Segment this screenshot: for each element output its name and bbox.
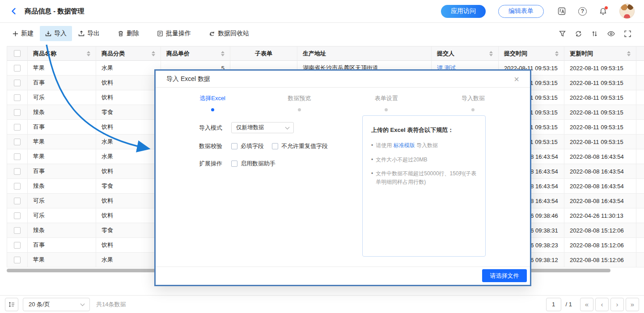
sort-order-icon[interactable] bbox=[591, 30, 598, 37]
cell-product-name: 苹果 bbox=[28, 253, 96, 267]
fullscreen-icon[interactable] bbox=[624, 30, 631, 37]
header-product-category[interactable]: 商品分类 bbox=[96, 46, 161, 61]
cell-product-category: 饮料 bbox=[96, 120, 161, 135]
cell-filler bbox=[636, 90, 644, 105]
step-form-settings[interactable]: 表单设置 bbox=[343, 94, 430, 111]
header-product-price[interactable]: 商品单价 bbox=[161, 46, 230, 61]
cell-product-category: 饮料 bbox=[96, 90, 161, 105]
recycle-bin-button[interactable]: 数据回收站 bbox=[203, 26, 254, 41]
page-number-input[interactable] bbox=[546, 298, 561, 311]
data-validation-label: 数据校验 bbox=[199, 142, 224, 150]
row-checkbox[interactable] bbox=[14, 94, 21, 101]
sort-icon[interactable] bbox=[218, 51, 225, 56]
import-icon bbox=[45, 30, 51, 37]
sort-icon[interactable] bbox=[624, 51, 631, 56]
help-icon[interactable]: ? bbox=[578, 7, 587, 16]
cell-filler bbox=[636, 135, 644, 149]
cell-product-category: 水果 bbox=[96, 61, 161, 76]
row-checkbox[interactable] bbox=[14, 168, 21, 175]
row-checkbox[interactable] bbox=[14, 212, 21, 219]
first-page-button[interactable]: « bbox=[580, 298, 593, 311]
cell-update-time: 2022-08-08 15:12:06 bbox=[564, 238, 636, 253]
close-icon[interactable]: × bbox=[514, 75, 519, 84]
visibility-eye-icon[interactable] bbox=[607, 31, 615, 37]
total-count: 共14条数据 bbox=[96, 300, 126, 309]
page-size-select[interactable]: 20 条/页 bbox=[23, 298, 90, 311]
sort-icon[interactable] bbox=[487, 51, 493, 56]
row-height-settings-button[interactable] bbox=[5, 298, 18, 311]
row-checkbox[interactable] bbox=[14, 124, 21, 131]
row-checkbox[interactable] bbox=[14, 198, 21, 204]
step-import-data[interactable]: 导入数据 bbox=[430, 94, 517, 111]
cell-update-time: 2022-08-11 09:53:15 bbox=[564, 90, 636, 105]
batch-edit-icon bbox=[157, 30, 163, 37]
edit-form-button[interactable]: 编辑表单 bbox=[498, 5, 544, 18]
header-product-name[interactable]: 商品名称 bbox=[28, 46, 96, 61]
header-submit-time[interactable]: 提交时间 bbox=[499, 46, 564, 61]
prev-page-button[interactable]: ‹ bbox=[595, 298, 609, 311]
standard-template-link[interactable]: 标准模版 bbox=[394, 142, 415, 148]
cell-update-time: 2022-08-11 09:53:15 bbox=[564, 61, 636, 76]
row-checkbox[interactable] bbox=[14, 109, 21, 116]
no-duplicate-checkbox[interactable] bbox=[272, 143, 278, 149]
last-page-button[interactable]: » bbox=[626, 298, 639, 311]
app-access-button[interactable]: 应用访问 bbox=[441, 5, 486, 18]
delete-button[interactable]: 删除 bbox=[112, 26, 144, 41]
next-page-button[interactable]: › bbox=[610, 298, 624, 311]
refresh-icon[interactable] bbox=[575, 30, 582, 37]
cell-update-time: 2022-08-11 09:53:15 bbox=[564, 120, 636, 135]
select-file-button[interactable]: 请选择文件 bbox=[482, 269, 527, 282]
cell-product-category: 零食 bbox=[96, 179, 161, 194]
cell-product-name: 百事 bbox=[28, 120, 96, 135]
select-all-checkbox[interactable] bbox=[14, 50, 21, 57]
required-fields-checkbox[interactable] bbox=[231, 143, 237, 149]
cell-update-time: 2022-08-08 16:43:54 bbox=[564, 194, 636, 208]
import-button[interactable]: 导入 bbox=[40, 26, 72, 41]
step-select-excel[interactable]: 选择Excel bbox=[169, 94, 256, 111]
header-update-time[interactable]: 更新时间 bbox=[564, 46, 636, 61]
sort-icon[interactable] bbox=[149, 51, 155, 56]
cell-product-category: 零食 bbox=[96, 105, 161, 120]
row-select-cell bbox=[7, 179, 28, 194]
header-production-address[interactable]: 生产地址 bbox=[297, 46, 432, 61]
notification-bell-icon[interactable] bbox=[599, 7, 607, 16]
avatar[interactable] bbox=[619, 4, 635, 19]
row-checkbox[interactable] bbox=[14, 242, 21, 249]
data-assistant-checkbox[interactable] bbox=[231, 161, 237, 167]
row-checkbox[interactable] bbox=[14, 65, 21, 72]
header-subform[interactable]: 子表单 bbox=[230, 46, 297, 61]
row-checkbox[interactable] bbox=[14, 227, 21, 234]
language-icon[interactable] bbox=[557, 7, 566, 16]
row-checkbox[interactable] bbox=[14, 80, 21, 86]
row-select-cell bbox=[7, 90, 28, 105]
cell-filler bbox=[636, 164, 644, 179]
import-mode-select[interactable]: 仅新增数据 bbox=[231, 122, 294, 133]
filter-icon[interactable] bbox=[559, 30, 566, 37]
cell-product-name: 辣条 bbox=[28, 223, 96, 238]
new-button[interactable]: 新建 bbox=[7, 26, 39, 41]
row-checkbox[interactable] bbox=[14, 257, 21, 263]
row-select-cell bbox=[7, 164, 28, 179]
cell-product-name: 辣条 bbox=[28, 179, 96, 194]
header-filler bbox=[636, 46, 644, 61]
import-steps: 选择Excel 数据预览 表单设置 导入数据 bbox=[169, 94, 517, 111]
export-icon bbox=[78, 30, 85, 37]
sort-icon[interactable] bbox=[552, 51, 559, 56]
header-submitter[interactable]: 提交人 bbox=[432, 46, 499, 61]
topbar: 商品信息 - 数据管理 应用访问 编辑表单 ? bbox=[0, 0, 644, 23]
row-height-icon bbox=[8, 301, 15, 308]
cell-update-time: 2022-08-08 16:43:54 bbox=[564, 179, 636, 194]
step-data-preview[interactable]: 数据预览 bbox=[256, 94, 343, 111]
row-select-cell bbox=[7, 61, 28, 76]
back-icon[interactable] bbox=[9, 7, 18, 16]
cell-product-name: 百事 bbox=[28, 238, 96, 253]
batch-actions-button[interactable]: 批量操作 bbox=[152, 26, 196, 41]
cell-filler bbox=[636, 76, 644, 90]
row-select-cell bbox=[7, 135, 28, 149]
row-checkbox[interactable] bbox=[14, 153, 21, 160]
export-button[interactable]: 导出 bbox=[73, 26, 105, 41]
row-select-cell bbox=[7, 238, 28, 253]
row-checkbox[interactable] bbox=[14, 139, 21, 145]
row-checkbox[interactable] bbox=[14, 183, 21, 190]
sort-icon[interactable] bbox=[84, 51, 90, 56]
